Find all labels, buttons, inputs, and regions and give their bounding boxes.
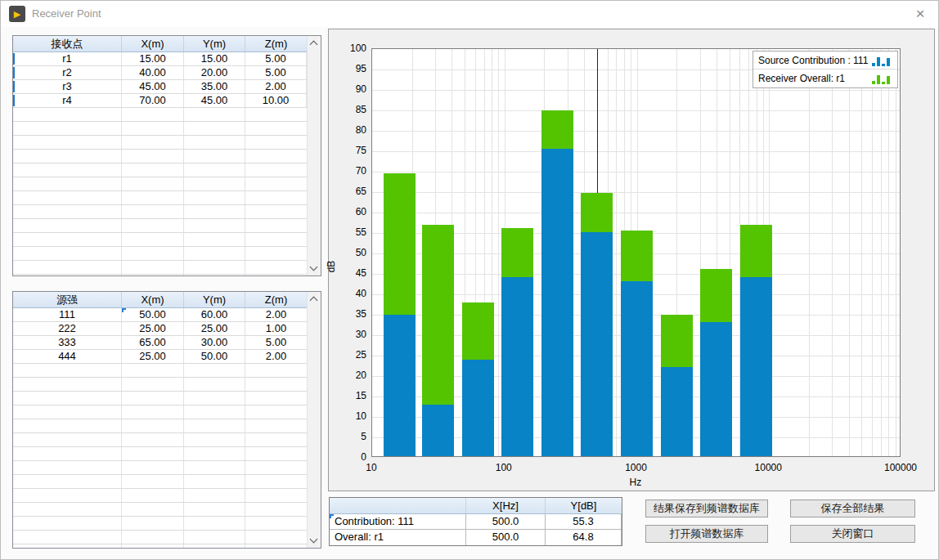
table-cell[interactable]: 30.00 [184,336,245,349]
scroll-down-icon[interactable] [308,262,321,275]
table-row[interactable] [13,122,307,136]
table-cell[interactable] [122,489,184,502]
table-cell[interactable] [245,419,307,432]
table-cell[interactable] [245,517,307,530]
table-cell[interactable] [13,531,122,544]
table-cell[interactable] [245,433,307,446]
table-cell[interactable] [122,461,184,474]
table-cell[interactable] [184,405,245,419]
table-cell[interactable] [184,136,245,149]
table-cell[interactable]: r2 [13,66,122,79]
table-cell[interactable] [184,544,245,548]
table-cell[interactable] [245,475,307,488]
readout-cell[interactable]: 64.8 [546,530,622,545]
table-cell[interactable] [184,433,245,446]
table-row[interactable] [13,164,307,177]
table-cell[interactable] [13,517,122,530]
table-row[interactable] [13,177,307,191]
table-cell[interactable] [184,447,245,460]
table-row[interactable] [13,247,307,261]
table-cell[interactable] [122,275,184,276]
table-cell[interactable] [13,475,122,488]
table-cell[interactable] [245,108,307,121]
table-row[interactable] [13,275,307,276]
table-cell[interactable] [184,261,245,274]
readout-cell[interactable]: 500.0 [466,530,546,545]
table-cell[interactable]: 5.00 [245,66,307,79]
table-cell[interactable] [13,461,122,474]
table-cell[interactable] [13,447,122,460]
table-cell[interactable] [245,392,307,405]
table-cell[interactable] [245,461,307,474]
receiver-table-scrollbar[interactable] [307,36,321,276]
cursor-readout-table[interactable]: X[Hz]Y[dB]Contribution: 111500.055.3Over… [329,497,622,546]
table-cell[interactable] [245,544,307,548]
table-cell[interactable] [122,191,184,204]
table-row[interactable] [13,191,307,205]
scroll-up-icon[interactable] [308,293,321,306]
table-cell[interactable] [184,219,245,232]
column-header[interactable]: Y(m) [184,36,245,52]
table-cell[interactable] [13,433,122,446]
table-cell[interactable] [122,364,184,377]
table-cell[interactable] [122,205,184,218]
table-cell[interactable] [13,219,122,232]
table-cell[interactable] [13,122,122,135]
table-row[interactable] [13,517,307,531]
table-cell[interactable] [122,447,184,460]
table-cell[interactable]: 40.00 [122,66,184,79]
table-cell[interactable] [184,122,245,135]
table-row[interactable] [13,150,307,164]
scroll-down-icon[interactable] [308,534,321,547]
table-cell[interactable] [245,164,307,177]
table-cell[interactable]: 45.00 [184,94,245,107]
table-cell[interactable] [122,219,184,232]
table-cell[interactable] [122,531,184,544]
table-row[interactable] [13,205,307,219]
table-cell[interactable]: 5.00 [245,336,307,349]
table-cell[interactable] [245,177,307,190]
open-spectrum-db-button[interactable]: 打开频谱数据库 [645,525,768,543]
table-row[interactable]: 33365.0030.005.00 [13,336,307,350]
table-cell[interactable] [245,150,307,163]
table-cell[interactable] [245,261,307,274]
source-strength-table[interactable]: 源强X(m)Y(m)Z(m)11150.0060.002.0022225.002… [13,292,307,548]
table-cell[interactable] [122,150,184,163]
table-cell[interactable]: 15.00 [184,52,245,65]
table-cell[interactable] [184,177,245,190]
table-cell[interactable] [184,233,245,246]
table-cell[interactable] [184,531,245,544]
table-cell[interactable]: 35.00 [184,80,245,93]
table-row[interactable]: 44425.0050.002.00 [13,350,307,364]
table-cell[interactable]: 1.00 [245,322,307,335]
table-cell[interactable] [13,247,122,260]
table-cell[interactable] [184,191,245,204]
scroll-up-icon[interactable] [308,37,321,50]
table-row[interactable] [13,503,307,517]
table-row[interactable] [13,136,307,150]
table-cell[interactable] [122,164,184,177]
table-cell[interactable] [184,205,245,218]
table-cell[interactable]: 15.00 [122,52,184,65]
readout-cell[interactable]: Overall: r1 [330,530,466,545]
table-cell[interactable] [245,205,307,218]
table-cell[interactable]: 5.00 [245,52,307,65]
table-cell[interactable] [122,177,184,190]
table-cell[interactable] [245,489,307,502]
table-cell[interactable] [122,261,184,274]
table-cell[interactable] [245,191,307,204]
table-row[interactable] [13,378,307,392]
table-row[interactable]: r345.0035.002.00 [13,80,307,94]
table-cell[interactable]: 20.00 [184,66,245,79]
table-cell[interactable] [184,419,245,432]
table-cell[interactable] [184,503,245,516]
table-cell[interactable] [13,191,122,204]
table-cell[interactable]: 111 [13,308,122,321]
table-row[interactable] [13,419,307,433]
table-cell[interactable] [245,275,307,276]
readout-row[interactable]: Overall: r1500.064.8 [330,530,622,545]
table-cell[interactable] [245,136,307,149]
table-cell[interactable] [122,544,184,548]
table-cell[interactable] [122,392,184,405]
table-row[interactable]: 11150.0060.002.00 [13,308,307,322]
